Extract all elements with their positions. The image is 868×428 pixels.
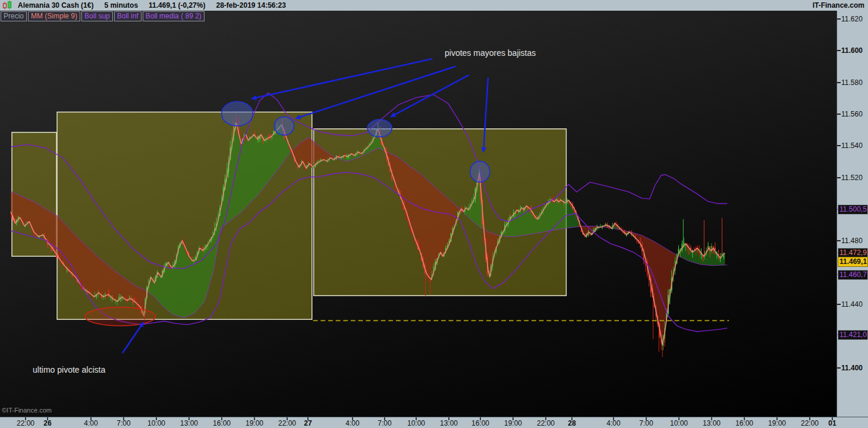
- time-axis-label: 16:00: [471, 419, 489, 427]
- price-axis-label: 11.540: [841, 142, 863, 150]
- time-axis-label: 01: [828, 419, 836, 427]
- legend-chip-boll-inf[interactable]: Boll inf: [114, 11, 141, 21]
- annotation-text[interactable]: pivotes mayores bajistas: [445, 48, 536, 58]
- chart-canvas[interactable]: PrecioMM (Simple 9)Boll supBoll infBoll …: [0, 11, 836, 417]
- time-axis-label: 7:00: [639, 419, 653, 427]
- time-axis-label: 4:00: [606, 419, 620, 427]
- pivot-ellipse[interactable]: [274, 117, 294, 135]
- time-axis-label: 22:00: [537, 419, 555, 427]
- annotation-arrow[interactable]: [122, 322, 143, 353]
- candlestick-icon: [2, 1, 13, 10]
- time-axis-label: 22:00: [278, 419, 296, 427]
- instrument-name: Alemania 30 Cash (1€): [18, 1, 93, 10]
- time-axis-label: 4:00: [84, 419, 98, 427]
- time-axis-label: 10:00: [147, 419, 165, 427]
- time-axis-label: 4:00: [345, 419, 359, 427]
- price-axis-label: 11.580: [841, 79, 863, 87]
- price-badge: 11.421,0: [838, 330, 868, 340]
- price-axis-label: 11.440: [841, 301, 863, 309]
- price-axis-label: 11.520: [841, 174, 863, 182]
- chart-svg[interactable]: [0, 11, 836, 417]
- time-axis[interactable]: 22:00264:007:0010:0013:0016:0019:0022:00…: [0, 417, 868, 428]
- last-price-change: 11.469,1 (-0,27%): [149, 1, 205, 10]
- timeframe-label: 5 minutos: [104, 1, 138, 10]
- legend-chip-precio[interactable]: Precio: [1, 11, 27, 21]
- time-axis-label: 10:00: [670, 419, 688, 427]
- price-badge: 11.500,5: [838, 204, 868, 215]
- price-tick: [837, 18, 841, 20]
- price-axis-label: 11.560: [841, 111, 863, 118]
- price-axis-label: 11.400: [841, 364, 863, 372]
- time-axis-label: 22:00: [801, 419, 819, 427]
- annotation-arrow[interactable]: [391, 75, 469, 117]
- brand-label: IT-Finance.com: [813, 1, 864, 10]
- time-axis-label: 28: [568, 419, 575, 427]
- time-axis-label: 13:00: [703, 419, 721, 427]
- datetime-label: 28-feb-2019 14:56:23: [216, 1, 285, 10]
- time-axis-label: 19:00: [246, 419, 263, 427]
- annotation-arrow[interactable]: [295, 67, 455, 119]
- indicator-legend: PrecioMM (Simple 9)Boll supBoll infBoll …: [1, 11, 205, 21]
- annotation-arrow[interactable]: [251, 59, 432, 99]
- price-tick: [837, 240, 841, 241]
- pivot-ellipse[interactable]: [470, 161, 490, 182]
- price-tick: [837, 177, 841, 178]
- time-axis-label: 13:00: [440, 419, 458, 427]
- legend-chip-boll-sup[interactable]: Boll sup: [81, 11, 113, 21]
- pivot-ellipse[interactable]: [367, 119, 392, 137]
- price-axis[interactable]: 11.62011.60011.58011.56011.54011.52011.5…: [836, 11, 868, 417]
- time-axis-label: 16:00: [213, 419, 231, 427]
- price-tick: [837, 114, 841, 115]
- price-axis-label: 11.600: [841, 47, 863, 55]
- time-axis-label: 7:00: [378, 419, 391, 427]
- time-axis-label: 26: [43, 419, 51, 427]
- time-axis-label: 10:00: [407, 419, 425, 427]
- price-tick: [837, 145, 841, 146]
- pivot-ellipse[interactable]: [222, 102, 253, 126]
- time-axis-label: 16:00: [735, 419, 753, 427]
- price-axis-label: 11.620: [841, 15, 863, 23]
- trading-platform-window: Alemania 30 Cash (1€) 5 minutos 11.469,1…: [0, 0, 868, 428]
- title-bar: Alemania 30 Cash (1€) 5 minutos 11.469,1…: [0, 0, 868, 11]
- time-axis-label: 19:00: [504, 419, 522, 427]
- watermark: ©IT-Finance.com: [2, 407, 52, 414]
- price-tick: [837, 50, 841, 51]
- time-axis-label: 19:00: [768, 419, 786, 427]
- annotation-text[interactable]: ultimo pivote alcista: [33, 365, 105, 374]
- legend-chip-mm-simple-9[interactable]: MM (Simple 9): [28, 11, 80, 21]
- time-axis-label: 7:00: [117, 419, 130, 427]
- price-tick: [837, 367, 841, 369]
- legend-chip-boll-media-89-2[interactable]: Boll media ( 89 2): [143, 11, 205, 21]
- price-axis-label: 11.480: [841, 237, 863, 245]
- time-axis-label: 27: [304, 419, 312, 427]
- price-tick: [837, 82, 841, 83]
- price-tick: [837, 304, 841, 305]
- alcista-ellipse[interactable]: [85, 307, 156, 326]
- time-axis-label: 22:00: [17, 419, 34, 427]
- time-axis-label: 13:00: [180, 419, 198, 427]
- price-badge: 11.469,1: [838, 257, 868, 267]
- price-badge: 11.460,7: [838, 270, 868, 280]
